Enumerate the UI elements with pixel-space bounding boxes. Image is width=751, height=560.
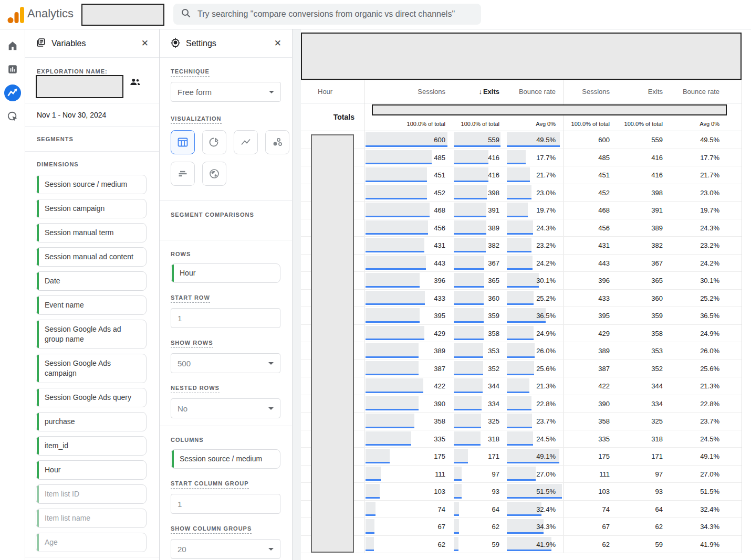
table-cell[interactable]: 62 [364, 536, 449, 553]
column-header-sessions-1[interactable]: Sessions [364, 80, 449, 103]
table-cell[interactable]: 416 [449, 149, 502, 166]
reports-icon[interactable] [3, 60, 22, 79]
table-cell[interactable]: 62 [449, 518, 502, 535]
table-cell[interactable]: 396 [564, 272, 612, 289]
table-row[interactable]: 38935326.0%38935326.0% [301, 342, 742, 360]
table-cell[interactable]: 23.2% [502, 237, 564, 254]
column-header-bounce-rate-2[interactable]: Bounce rate [665, 80, 742, 103]
table-cell[interactable]: 396 [364, 272, 449, 289]
table-cell[interactable]: 367 [612, 255, 665, 272]
home-icon[interactable] [3, 36, 22, 55]
technique-select[interactable]: Free form [171, 82, 281, 102]
table-cell[interactable]: 74 [364, 501, 449, 518]
table-cell[interactable]: 387 [364, 360, 449, 377]
table-cell[interactable]: 21.3% [502, 377, 564, 395]
table-cell[interactable]: 64 [612, 501, 665, 518]
table-cell[interactable]: 32.4% [665, 501, 742, 518]
show-rows-select[interactable]: 500 [171, 353, 280, 373]
table-cell[interactable]: 352 [449, 360, 502, 377]
table-cell[interactable]: 600 [364, 131, 449, 149]
dimension-chip-item-id[interactable]: item_id [36, 436, 147, 456]
explore-icon[interactable] [3, 83, 22, 102]
table-row[interactable]: 676234.3%676234.3% [301, 518, 742, 536]
dimension-chip-session-google-ads-ad-group-name[interactable]: Session Google Ads ad group name [36, 320, 147, 349]
table-cell[interactable]: 24.2% [665, 255, 742, 272]
table-cell[interactable]: 559 [612, 131, 665, 149]
table-cell[interactable]: 452 [564, 184, 612, 202]
table-cell[interactable]: 318 [612, 430, 665, 448]
table-cell[interactable]: 456 [564, 219, 612, 237]
table-cell[interactable]: 171 [449, 448, 502, 465]
table-cell[interactable]: 21.7% [665, 166, 742, 184]
table-cell[interactable]: 395 [564, 307, 612, 324]
table-row[interactable]: 39535936.5%39535936.5% [301, 307, 742, 325]
table-row[interactable]: 45239823.0%45239823.0% [301, 184, 742, 202]
table-cell[interactable]: 468 [364, 202, 449, 219]
start-row-input[interactable]: 1 [171, 308, 280, 328]
table-cell[interactable]: 19.7% [502, 202, 564, 219]
table-cell[interactable]: 318 [449, 430, 502, 448]
table-cell[interactable]: 51.5% [665, 483, 742, 500]
table-cell[interactable]: 365 [449, 272, 502, 289]
table-row[interactable]: 1039351.5%1039351.5% [301, 483, 742, 501]
rows-dimension-chip[interactable]: Hour [171, 263, 280, 283]
table-cell[interactable]: 23.2% [665, 237, 742, 254]
viz-donut-chart-icon[interactable] [202, 130, 226, 154]
table-cell[interactable]: 325 [449, 413, 502, 430]
column-header-exits-2[interactable]: Exits [612, 80, 665, 103]
table-cell[interactable]: 25.2% [502, 290, 564, 307]
show-column-groups-select[interactable]: 20 [171, 539, 280, 559]
table-cell[interactable]: 59 [449, 536, 502, 553]
table-row[interactable]: 746432.4%746432.4% [301, 501, 742, 519]
table-row[interactable]: 1119727.0%1119727.0% [301, 466, 742, 483]
search-input[interactable] [197, 9, 474, 19]
table-cell[interactable]: 111 [364, 466, 449, 483]
dimension-chip-item-list-id[interactable]: Item list ID [36, 484, 147, 504]
table-cell[interactable]: 389 [612, 219, 665, 237]
search-bar[interactable] [173, 4, 481, 25]
table-cell[interactable]: 325 [612, 413, 665, 430]
columns-dimension-chip[interactable]: Session source / medium [171, 449, 280, 469]
table-cell[interactable]: 358 [364, 413, 449, 430]
table-cell[interactable]: 360 [449, 290, 502, 307]
table-cell[interactable]: 429 [564, 325, 612, 342]
start-column-group-input[interactable]: 1 [171, 494, 280, 514]
table-cell[interactable]: 468 [564, 202, 612, 219]
table-cell[interactable]: 21.3% [665, 377, 742, 395]
table-cell[interactable]: 443 [364, 255, 449, 272]
settings-close-icon[interactable]: ✕ [272, 37, 284, 50]
table-cell[interactable]: 32.4% [502, 501, 564, 518]
table-cell[interactable]: 600 [564, 131, 612, 149]
table-cell[interactable]: 452 [364, 184, 449, 202]
viz-bar-chart-icon[interactable] [171, 162, 195, 186]
table-cell[interactable]: 27.0% [502, 466, 564, 483]
table-cell[interactable]: 30.1% [502, 272, 564, 289]
table-row[interactable]: 48541617.7%48541617.7% [301, 149, 742, 167]
date-range-selector[interactable]: Nov 1 - Nov 30, 2024 [25, 103, 159, 126]
table-cell[interactable]: 103 [564, 483, 612, 500]
table-cell[interactable]: 25.6% [502, 360, 564, 377]
table-cell[interactable]: 97 [449, 466, 502, 483]
table-cell[interactable]: 64 [449, 501, 502, 518]
table-cell[interactable]: 24.3% [665, 219, 742, 237]
table-cell[interactable]: 34.3% [502, 518, 564, 535]
column-header-bounce-rate-1[interactable]: Bounce rate [502, 80, 564, 103]
table-cell[interactable]: 443 [564, 255, 612, 272]
table-cell[interactable]: 431 [564, 237, 612, 254]
table-cell[interactable]: 382 [449, 237, 502, 254]
table-cell[interactable]: 23.0% [502, 184, 564, 202]
table-cell[interactable]: 36.5% [665, 307, 742, 324]
table-cell[interactable]: 334 [612, 395, 665, 413]
dimension-chip-session-manual-term[interactable]: Session manual term [36, 223, 147, 242]
table-cell[interactable]: 365 [612, 272, 665, 289]
table-cell[interactable]: 387 [564, 360, 612, 377]
table-cell[interactable]: 41.9% [665, 536, 742, 553]
table-cell[interactable]: 485 [364, 149, 449, 166]
advertising-icon[interactable] [3, 107, 22, 126]
table-cell[interactable]: 23.0% [665, 184, 742, 202]
table-row[interactable]: 45638924.3%45638924.3% [301, 219, 742, 237]
table-cell[interactable]: 22.8% [665, 395, 742, 413]
table-cell[interactable]: 36.5% [502, 307, 564, 324]
table-cell[interactable]: 24.3% [502, 219, 564, 237]
dimension-chip-date[interactable]: Date [36, 271, 147, 291]
